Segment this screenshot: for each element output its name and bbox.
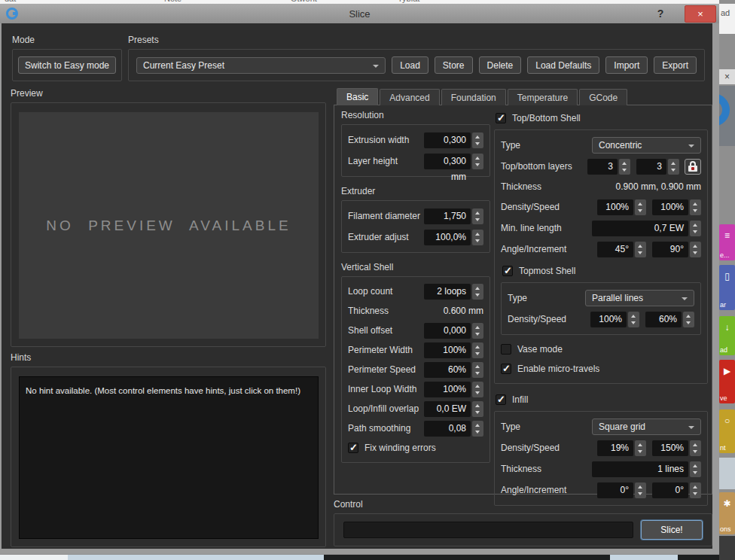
vase-mode-checkbox[interactable] — [501, 344, 511, 355]
spinner-button[interactable] — [668, 159, 679, 175]
load-defaults-button[interactable]: Load Defaults — [527, 56, 599, 74]
infill-increment-field[interactable]: 0° — [652, 482, 688, 498]
bg-toolbar-button-3[interactable]: ↓ ad — [719, 316, 735, 355]
preset-dropdown[interactable]: Current Easy Preset — [136, 57, 386, 74]
topmost-type-dropdown[interactable]: Parallel lines — [585, 290, 694, 306]
tbs-layers-field-2[interactable]: 3 — [636, 159, 666, 175]
top-bottom-shell-checkbox[interactable] — [496, 113, 506, 123]
vase-mode-row: Vase mode — [495, 339, 707, 359]
tbs-min-line-field[interactable]: 0,7 EW — [592, 221, 688, 236]
spinner-button[interactable] — [472, 208, 483, 224]
delete-button[interactable]: Delete — [479, 56, 522, 74]
bg-toolbar-button-5[interactable]: ○ nt — [719, 409, 735, 453]
inner-loop-width-field[interactable]: 100% — [424, 382, 471, 397]
tbs-angle-field[interactable]: 45° — [597, 242, 633, 257]
basic-tab-panel: Resolution Extrusion width 0,300 mm Laye… — [334, 105, 712, 495]
spinner-button[interactable] — [635, 242, 646, 257]
bg-toolbar-button-4[interactable]: ▶ ve — [719, 360, 735, 403]
spinner-button[interactable] — [472, 284, 483, 300]
filament-diameter-field[interactable]: 1,750 mm — [424, 208, 471, 224]
infill-density-field[interactable]: 19% — [597, 440, 633, 456]
switch-easy-mode-button[interactable]: Switch to Easy mode — [18, 56, 116, 74]
loop-infill-overlap-field[interactable]: 0,0 EW — [424, 401, 471, 417]
micro-travels-checkbox[interactable] — [501, 364, 511, 374]
shell-offset-field[interactable]: 0,000 mm — [424, 323, 471, 339]
spinner-button[interactable] — [619, 159, 630, 175]
infill-type-dropdown[interactable]: Square grid — [592, 418, 701, 435]
background-close-icon[interactable]: × — [719, 69, 735, 84]
tbs-type-dropdown[interactable]: Concentric — [592, 137, 701, 154]
preview-panel: NO PREVIEW AVAILABLE — [19, 112, 319, 339]
spinner-button[interactable] — [635, 440, 646, 456]
bg-toolbar-button-2[interactable]: ▯ ar — [719, 265, 735, 310]
topmost-speed-field[interactable]: 60% — [645, 312, 682, 327]
tab-gcode[interactable]: GCode — [579, 89, 627, 105]
topmost-shell-box: Type Parallel lines Density/Speed 100% 6… — [501, 282, 701, 335]
infill-thickness-field[interactable]: 1 lines — [592, 461, 688, 477]
background-app-strip: ad × ≡ e... ▯ ar ↓ ad ▶ ve ○ nt ✱ ons — [719, 0, 735, 560]
spinner-button[interactable] — [628, 312, 639, 327]
topmost-shell-checkbox[interactable] — [502, 266, 513, 276]
spinner-button[interactable] — [472, 154, 483, 169]
spinner-button[interactable] — [690, 440, 701, 456]
spinner-button[interactable] — [472, 132, 483, 148]
tbs-increment-field[interactable]: 90° — [652, 242, 688, 257]
tbs-layers-field-1[interactable]: 3 — [587, 159, 618, 175]
close-button[interactable]: × — [685, 5, 716, 23]
spinner-button[interactable] — [683, 312, 694, 327]
topmost-density-field[interactable]: 100% — [590, 312, 627, 327]
micro-travels-row: Enable micro-travels — [495, 359, 707, 379]
mode-box: Switch to Easy mode — [12, 49, 122, 81]
layer-height-field[interactable]: 0,300 mm — [424, 154, 471, 169]
tbs-layers-row: Top/bottom layers 3 3 — [495, 156, 707, 177]
spinner-button[interactable] — [635, 482, 646, 498]
spinner-button[interactable] — [472, 401, 483, 417]
preview-section: Preview NO PREVIEW AVAILABLE — [11, 88, 326, 347]
spinner-button[interactable] — [472, 323, 483, 339]
export-button[interactable]: Export — [654, 56, 697, 74]
spinner-button[interactable] — [690, 461, 701, 477]
spinner-button[interactable] — [690, 242, 701, 257]
path-smoothing-field[interactable]: 0,08 — [424, 421, 471, 437]
spinner-button[interactable] — [690, 221, 701, 236]
load-button[interactable]: Load — [392, 56, 428, 74]
perimeter-speed-field[interactable]: 60% — [424, 362, 471, 378]
infill-speed-field[interactable]: 150% — [652, 440, 688, 456]
tab-advanced[interactable]: Advanced — [380, 89, 439, 105]
spinner-button[interactable] — [472, 362, 483, 378]
shell-offset-row: Shell offset 0,000 mm — [342, 321, 489, 340]
tab-temperature[interactable]: Temperature — [508, 89, 578, 105]
bg-toolbar-button-1[interactable]: ≡ e... — [719, 224, 735, 260]
lock-icon[interactable] — [685, 159, 701, 175]
spinner-button[interactable] — [472, 421, 483, 437]
top-bottom-shell-box: Type Concentric Top/bottom layers 3 3 Th… — [494, 129, 708, 384]
help-button[interactable]: ? — [653, 6, 668, 21]
spinner-button[interactable] — [472, 342, 483, 358]
header-fragment: Otwónt — [291, 0, 317, 3]
import-button[interactable]: Import — [605, 56, 648, 74]
infill-angle-field[interactable]: 0° — [597, 482, 633, 498]
perimeter-width-field[interactable]: 100% — [424, 342, 471, 358]
store-button[interactable]: Store — [435, 56, 473, 74]
vertical-shell-title: Vertical Shell — [341, 262, 490, 272]
titlebar[interactable]: Slice ? × — [0, 4, 719, 23]
spinner-button[interactable] — [690, 482, 701, 498]
infill-checkbox[interactable] — [496, 394, 506, 405]
header-fragment: dat — [5, 0, 16, 3]
tbs-speed-field[interactable]: 100% — [652, 199, 688, 215]
spinner-button[interactable] — [472, 230, 483, 245]
save-play-icon: ▶ — [719, 360, 735, 376]
spinner-button[interactable] — [635, 199, 646, 215]
tbs-density-field[interactable]: 100% — [597, 199, 633, 215]
spinner-button[interactable] — [472, 382, 483, 397]
tab-basic[interactable]: Basic — [337, 88, 378, 105]
topmost-type-row: Type Parallel lines — [502, 288, 700, 309]
loop-count-field[interactable]: 2 loops — [424, 284, 471, 300]
extrusion-width-field[interactable]: 0,300 mm — [424, 132, 471, 148]
slice-button[interactable]: Slice! — [641, 520, 703, 540]
extruder-adjust-field[interactable]: 100,0% — [424, 230, 471, 245]
fix-winding-checkbox[interactable] — [348, 443, 358, 453]
tab-foundation[interactable]: Foundation — [441, 89, 506, 105]
spinner-button[interactable] — [690, 199, 701, 215]
bg-toolbar-button-6[interactable]: ✱ ons — [719, 492, 735, 534]
